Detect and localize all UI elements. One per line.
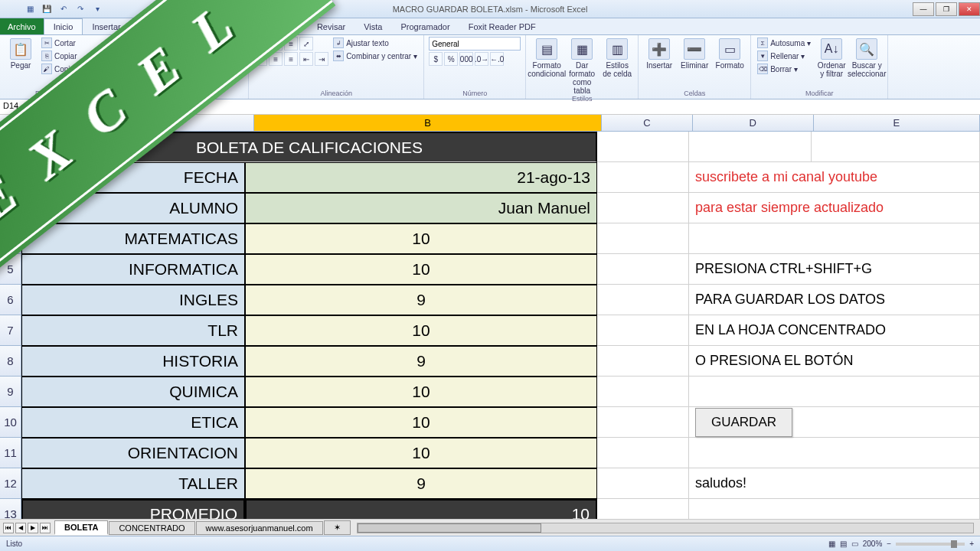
cell-c1[interactable] xyxy=(597,132,689,162)
row-header-9[interactable]: 9 xyxy=(0,377,21,407)
cell-d5[interactable]: PRESIONA CTRL+SHIFT+G xyxy=(689,254,980,285)
prev-sheet-button[interactable]: ◀ xyxy=(15,523,26,533)
tab-foxit[interactable]: Foxit Reader PDF xyxy=(459,18,545,34)
worksheet[interactable]: A B C D E 1234567891011121314 BOLETA DE … xyxy=(0,115,980,519)
cell-e1[interactable] xyxy=(812,132,980,162)
clear-button[interactable]: ⌫Borrar ▾ xyxy=(756,63,812,75)
zoom-out-button[interactable]: − xyxy=(887,540,891,548)
zoom-slider[interactable] xyxy=(896,543,965,546)
guardar-macro-button[interactable]: GUARDAR xyxy=(695,408,792,437)
cell-c13[interactable] xyxy=(597,499,689,519)
row-header-7[interactable]: 7 xyxy=(0,315,21,346)
tab-vista[interactable]: Vista xyxy=(354,18,391,34)
redo-icon[interactable]: ↷ xyxy=(74,2,87,16)
format-cells-button[interactable]: ▭Formato xyxy=(714,37,746,70)
boleta-value-5[interactable]: 10 xyxy=(245,315,597,346)
merge-center-button[interactable]: ⬌Combinar y centrar ▾ xyxy=(332,50,419,62)
boleta-value-8[interactable]: 10 xyxy=(245,407,597,438)
boleta-label-2[interactable]: MATEMATICAS xyxy=(21,223,245,254)
undo-icon[interactable]: ↶ xyxy=(57,2,70,16)
boleta-label-6[interactable]: HISTORIA xyxy=(21,346,245,377)
sheet-tab-concentrado[interactable]: CONCENTRADO xyxy=(109,521,194,535)
row-header-13[interactable]: 13 xyxy=(0,499,21,519)
indent-dec-button[interactable]: ⇤ xyxy=(299,52,313,66)
cell-d1[interactable] xyxy=(689,132,812,162)
cell-d8[interactable]: O PRESIONA EL BOTÓN xyxy=(689,346,980,377)
boleta-value-6[interactable]: 9 xyxy=(245,346,597,377)
format-table-button[interactable]: ▦Dar formato como tabla xyxy=(566,37,598,95)
zoom-in-button[interactable]: + xyxy=(969,540,974,548)
minimize-button[interactable]: — xyxy=(913,2,934,16)
comma-button[interactable]: 000 xyxy=(459,52,473,66)
cell-d3[interactable]: para estar siempre actualizado xyxy=(689,193,980,223)
percent-button[interactable]: % xyxy=(444,52,458,66)
paste-button[interactable]: 📋 Pegar xyxy=(5,37,37,70)
sheet-tab-link[interactable]: www.asesorjuanmanuel.com xyxy=(196,521,323,535)
cell-d11[interactable] xyxy=(689,438,980,468)
cell-c2[interactable] xyxy=(597,162,689,193)
boleta-label-4[interactable]: INGLES xyxy=(21,285,245,315)
autosum-button[interactable]: ΣAutosuma ▾ xyxy=(756,37,812,49)
formula-input[interactable] xyxy=(107,99,980,114)
row-header-10[interactable]: 10 xyxy=(0,407,21,438)
currency-button[interactable]: $ xyxy=(429,52,443,66)
view-layout-icon[interactable]: ▤ xyxy=(840,540,847,548)
cell-c8[interactable] xyxy=(597,346,689,377)
row-header-8[interactable]: 8 xyxy=(0,346,21,377)
boleta-value-9[interactable]: 10 xyxy=(245,438,597,468)
col-header-b[interactable]: B xyxy=(254,115,602,131)
boleta-value-10[interactable]: 9 xyxy=(245,468,597,499)
cell-c3[interactable] xyxy=(597,193,689,223)
boleta-label-7[interactable]: QUIMICA xyxy=(21,377,245,407)
boleta-label-5[interactable]: TLR xyxy=(21,315,245,346)
boleta-value-0[interactable]: 21-ago-13 xyxy=(245,162,597,193)
cell-grid[interactable]: BOLETA DE CALIFICACIONESFECHA21-ago-13su… xyxy=(21,132,980,519)
dec-decimal-button[interactable]: ←.0 xyxy=(490,52,504,66)
row-header-6[interactable]: 6 xyxy=(0,285,21,315)
boleta-label-10[interactable]: TALLER xyxy=(21,468,245,499)
new-sheet-button[interactable]: ✶ xyxy=(324,520,351,535)
insert-cells-button[interactable]: ➕Insertar xyxy=(643,37,675,70)
find-select-button[interactable]: 🔍Buscar y seleccionar xyxy=(851,37,883,78)
cell-c12[interactable] xyxy=(597,468,689,499)
boleta-value-1[interactable]: Juan Manuel xyxy=(245,193,597,223)
cell-d6[interactable]: PARA GUARDAR LOS DATOS xyxy=(689,285,980,315)
horizontal-scrollbar[interactable] xyxy=(357,523,974,533)
cell-c5[interactable] xyxy=(597,254,689,285)
cell-c7[interactable] xyxy=(597,315,689,346)
number-format-select[interactable] xyxy=(429,37,521,51)
file-tab[interactable]: Archivo xyxy=(0,18,44,34)
delete-cells-button[interactable]: ➖Eliminar xyxy=(678,37,710,70)
col-header-e[interactable]: E xyxy=(814,115,980,131)
align-right-button[interactable]: ≡ xyxy=(284,52,298,66)
zoom-value[interactable]: 200% xyxy=(863,540,883,548)
boleta-label-3[interactable]: INFORMATICA xyxy=(21,254,245,285)
first-sheet-button[interactable]: ⏮ xyxy=(3,523,14,533)
inc-decimal-button[interactable]: .0→ xyxy=(475,52,488,66)
cell-d7[interactable]: EN LA HOJA CONCENTRADO xyxy=(689,315,980,346)
sheet-tab-boleta[interactable]: BOLETA xyxy=(54,520,108,535)
boleta-value-4[interactable]: 9 xyxy=(245,285,597,315)
cell-styles-button[interactable]: ▥Estilos de celda xyxy=(601,37,633,78)
cell-c9[interactable] xyxy=(597,377,689,407)
row-header-12[interactable]: 12 xyxy=(0,468,21,499)
cell-c10[interactable] xyxy=(597,407,689,438)
sort-filter-button[interactable]: A↓Ordenar y filtrar xyxy=(815,37,848,78)
cell-c6[interactable] xyxy=(597,285,689,315)
boleta-value-7[interactable]: 10 xyxy=(245,377,597,407)
col-header-c[interactable]: C xyxy=(602,115,693,131)
fill-button[interactable]: ▼Rellenar ▾ xyxy=(756,50,812,62)
last-sheet-button[interactable]: ⏭ xyxy=(40,523,51,533)
boleta-value-2[interactable]: 10 xyxy=(245,223,597,254)
boleta-label-8[interactable]: ETICA xyxy=(21,407,245,438)
qat-more-icon[interactable]: ▾ xyxy=(90,2,104,16)
cell-d10[interactable]: GUARDAR xyxy=(689,407,980,438)
wrap-text-button[interactable]: ↲Ajustar texto xyxy=(332,37,419,49)
tab-inicio[interactable]: Inicio xyxy=(44,18,83,34)
save-icon[interactable]: 💾 xyxy=(40,2,54,16)
view-normal-icon[interactable]: ▦ xyxy=(828,540,835,548)
close-button[interactable]: ✕ xyxy=(959,2,980,16)
conditional-format-button[interactable]: ▤Formato condicional xyxy=(531,37,563,78)
cell-c11[interactable] xyxy=(597,438,689,468)
indent-inc-button[interactable]: ⇥ xyxy=(315,52,328,66)
